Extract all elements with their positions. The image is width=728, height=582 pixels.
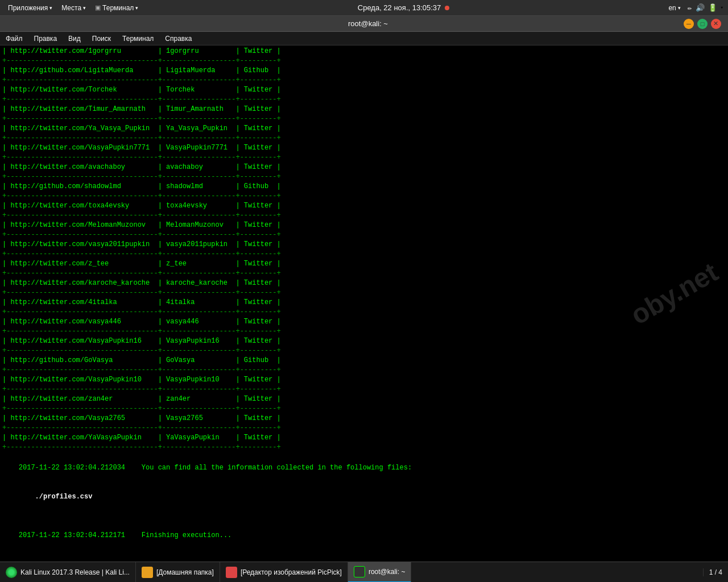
terminal-row-17: +-------------------------------------+-… bbox=[2, 211, 726, 221]
terminal-row-2: | http://github.com/LigitaMuerda | Ligit… bbox=[2, 66, 726, 76]
battery-icon: 🔋 bbox=[708, 3, 717, 13]
terminal-row-31: +-------------------------------------+-… bbox=[2, 346, 726, 356]
close-icon: ✕ bbox=[713, 20, 718, 27]
terminal-row-7: +-------------------------------------+-… bbox=[2, 114, 726, 124]
menu-search[interactable]: Поиск bbox=[90, 34, 113, 44]
terminal-row-39: +-------------------------------------+-… bbox=[2, 423, 726, 433]
terminal-row-12: | http://twitter.com/avachaboy | avachab… bbox=[2, 163, 726, 172]
window-controls: ─ □ ✕ bbox=[684, 19, 721, 29]
kali-icon bbox=[6, 567, 17, 578]
datetime-text: Среда, 22 ноя., 13:05:37 bbox=[358, 3, 441, 12]
finish-timestamp: 2017-11-22 13:02:04.212171 bbox=[19, 531, 125, 539]
terminal-row-35: +-------------------------------------+-… bbox=[2, 385, 726, 394]
lang-label: en bbox=[668, 4, 676, 12]
window-title: root@kali: ~ bbox=[348, 19, 388, 28]
taskbar-counter: 1 / 4 bbox=[703, 568, 728, 576]
finish-message: Finishing execution... bbox=[125, 531, 231, 539]
status-dot bbox=[445, 6, 449, 10]
terminal-row-32: | http://github.com/GoVasya | GoVasya | … bbox=[2, 356, 726, 365]
terminal-row-33: +-------------------------------------+-… bbox=[2, 365, 726, 375]
volume-icon: 🔊 bbox=[696, 3, 705, 13]
terminal-row-26: | http://twitter.com/4italka | 4italka |… bbox=[2, 298, 726, 307]
terminal-row-38: | http://twitter.com/Vasya2765 | Vasya27… bbox=[2, 414, 726, 423]
terminal-row-22: | http://twitter.com/z_tee | z_tee | Twi… bbox=[2, 259, 726, 269]
taskbar-kali-label: Kali Linux 2017.3 Release | Kali Li... bbox=[20, 568, 130, 576]
apps-menu[interactable]: Приложения ▾ bbox=[5, 3, 56, 13]
edit-icon: ✏ bbox=[688, 3, 692, 13]
top-menubar-left: Приложения ▾ Места ▾ ▣ Терминал ▾ bbox=[5, 3, 142, 13]
filepath-line: ./profiles.csv bbox=[2, 483, 726, 512]
terminal-row-29: +-------------------------------------+-… bbox=[2, 327, 726, 336]
places-caret: ▾ bbox=[83, 5, 86, 11]
menu-file[interactable]: Файл bbox=[3, 34, 25, 44]
top-menubar-right: en ▾ ✏ 🔊 🔋 ▾ bbox=[665, 3, 723, 13]
datetime-display: Среда, 22 ноя., 13:05:37 bbox=[358, 3, 449, 12]
terminal-row-18: | http://twitter.com/MelomanMuzonov | Me… bbox=[2, 221, 726, 230]
terminal-row-19: +-------------------------------------+-… bbox=[2, 230, 726, 240]
blank-line-2 bbox=[2, 550, 726, 560]
taskbar-folder[interactable]: [Домашняя папка] bbox=[136, 562, 220, 583]
taskbar-folder-label: [Домашняя папка] bbox=[156, 568, 214, 576]
minimize-button[interactable]: ─ bbox=[684, 19, 694, 29]
close-button[interactable]: ✕ bbox=[711, 19, 721, 29]
terminal-icon: ▣ bbox=[95, 4, 101, 11]
taskbar-picpick[interactable]: [Редактор изображений PicPick] bbox=[220, 562, 348, 583]
taskbar-picpick-label: [Редактор изображений PicPick] bbox=[241, 568, 342, 576]
apps-label: Приложения bbox=[8, 4, 48, 12]
terminal-label: Терминал bbox=[102, 4, 134, 12]
terminal-icon-taskbar bbox=[354, 566, 365, 577]
filepath-text: ./profiles.csv bbox=[19, 493, 93, 501]
terminal-row-24: | http://twitter.com/karoche_karoche | k… bbox=[2, 278, 726, 288]
terminal-rows: | http://twitter.com/1gorgrru | 1gorgrru… bbox=[2, 47, 726, 452]
terminal-row-20: | http://twitter.com/vasya2011pupkin | v… bbox=[2, 240, 726, 250]
terminal-row-28: | http://twitter.com/vasya446 | vasya446… bbox=[2, 317, 726, 327]
taskbar-terminal[interactable]: root@kali: ~ bbox=[348, 562, 412, 583]
terminal-menu[interactable]: ▣ Терминал ▾ bbox=[92, 3, 142, 13]
folder-icon bbox=[142, 567, 153, 578]
terminal-row-11: +-------------------------------------+-… bbox=[2, 153, 726, 163]
window-titlebar: root@kali: ~ ─ □ ✕ bbox=[0, 16, 728, 32]
taskbar: Kali Linux 2017.3 Release | Kali Li... [… bbox=[0, 562, 728, 582]
terminal-row-41: +-------------------------------------+-… bbox=[2, 443, 726, 452]
min-icon: ─ bbox=[686, 20, 691, 27]
terminal-row-13: +-------------------------------------+-… bbox=[2, 172, 726, 182]
finish-line: 2017-11-22 13:02:04.212171 Finishing exe… bbox=[2, 521, 726, 550]
terminal-row-25: +-------------------------------------+-… bbox=[2, 288, 726, 298]
terminal-row-30: | http://twitter.com/VasyaPupkin16 | Vas… bbox=[2, 336, 726, 346]
menu-terminal[interactable]: Терминал bbox=[120, 34, 156, 44]
max-icon: □ bbox=[701, 20, 705, 27]
terminal-row-4: | http://twitter.com/Torchek | Torchek |… bbox=[2, 85, 726, 95]
terminal-row-3: +-------------------------------------+-… bbox=[2, 76, 726, 85]
blank-line bbox=[2, 512, 726, 521]
info-timestamp-1: 2017-11-22 13:02:04.212034 bbox=[19, 464, 125, 472]
maximize-button[interactable]: □ bbox=[697, 19, 708, 29]
terminal-row-23: +-------------------------------------+-… bbox=[2, 269, 726, 278]
terminal-content[interactable]: oby.net | http://twitter.com/1gorgrru | … bbox=[0, 45, 728, 562]
places-label: Места bbox=[61, 4, 81, 12]
menu-edit[interactable]: Правка bbox=[32, 34, 60, 44]
apps-caret: ▾ bbox=[49, 5, 52, 11]
terminal-row-0: | http://twitter.com/1gorgrru | 1gorgrru… bbox=[2, 47, 726, 56]
terminal-row-21: +-------------------------------------+-… bbox=[2, 250, 726, 259]
app-menubar: Файл Правка Вид Поиск Терминал Справка bbox=[0, 32, 728, 45]
lang-caret: ▾ bbox=[678, 5, 681, 11]
terminal-caret: ▾ bbox=[135, 5, 138, 11]
lang-menu[interactable]: en ▾ bbox=[665, 3, 684, 13]
taskbar-terminal-label: root@kali: ~ bbox=[369, 568, 406, 576]
terminal-row-8: | http://twitter.com/Ya_Vasya_Pupkin | Y… bbox=[2, 124, 726, 134]
terminal-row-10: | http://twitter.com/VasyaPupkin7771 | V… bbox=[2, 143, 726, 153]
terminal-row-40: | http://twitter.com/YaVasyaPupkin | YaV… bbox=[2, 433, 726, 443]
taskbar-kali[interactable]: Kali Linux 2017.3 Release | Kali Li... bbox=[0, 562, 136, 583]
terminal-row-6: | http://twitter.com/Timur_Amarnath | Ti… bbox=[2, 105, 726, 114]
terminal-row-37: +-------------------------------------+-… bbox=[2, 404, 726, 414]
picpick-icon bbox=[226, 567, 237, 578]
places-menu[interactable]: Места ▾ bbox=[58, 3, 89, 13]
terminal-row-15: +-------------------------------------+-… bbox=[2, 192, 726, 201]
menu-view[interactable]: Вид bbox=[66, 34, 83, 44]
terminal-row-16: | http://twitter.com/toxa4evsky | toxa4e… bbox=[2, 201, 726, 211]
info-message-1: You can find all the information collect… bbox=[125, 464, 412, 472]
terminal-row-14: | http://github.com/shadowlmd | shadowlm… bbox=[2, 182, 726, 192]
info-line-1: 2017-11-22 13:02:04.212034 You can find … bbox=[2, 454, 726, 483]
terminal-row-27: +-------------------------------------+-… bbox=[2, 307, 726, 317]
menu-help[interactable]: Справка bbox=[163, 34, 194, 44]
